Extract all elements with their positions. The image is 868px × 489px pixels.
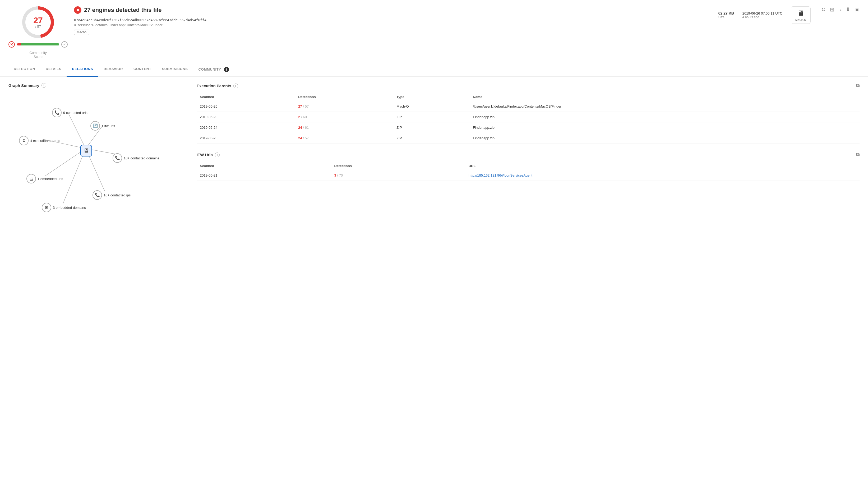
- error-icon: ✕: [74, 6, 82, 14]
- tab-relations[interactable]: RELATIONS: [67, 63, 98, 77]
- itw-urls-title: ITW Urls i ⧉: [197, 152, 860, 157]
- file-type-badge: 🖥 MACH-O: [791, 6, 811, 24]
- execution-parents-table: Scanned Detections Type Name 2019-06-26 …: [197, 93, 860, 144]
- node-contacted-domains: 📞 10+ contacted domains: [113, 153, 159, 163]
- table-row: 2019-06-21 3 / 70 http://185.162.131.96/…: [197, 170, 860, 181]
- file-size: 62.27 KB Size: [718, 11, 734, 19]
- copy-icon-execution[interactable]: ⧉: [856, 83, 860, 89]
- col-detections: Detections: [295, 93, 393, 101]
- main-container: 27 / 57 ✕ ✓ Community Score ✕ 27 engines…: [0, 0, 868, 489]
- cell-detections: 24 / 61: [295, 122, 393, 133]
- graph-section: Graph Summary i 🖥: [8, 83, 188, 204]
- svg-line-6: [63, 149, 86, 204]
- community-badge: 3: [224, 67, 229, 72]
- qr-icon[interactable]: ▣: [855, 6, 860, 13]
- cell-type: ZIP: [393, 112, 470, 122]
- community-good-icon: ✓: [61, 41, 68, 48]
- file-tag[interactable]: macho: [74, 30, 89, 35]
- cell-scanned: 2019-06-25: [197, 133, 295, 144]
- node-execution-parents: ⚙ 4 execution parents: [19, 136, 60, 145]
- table-row: 2019-06-25 24 / 57 ZIP Finder.app.zip: [197, 133, 860, 144]
- table-row: 2019-06-26 27 / 57 Mach-O /Users/user1/.…: [197, 101, 860, 112]
- cell-detections: 3 / 70: [331, 170, 465, 181]
- file-path: /Users/user1/.defaults/Finder.app/Conten…: [74, 23, 708, 27]
- content-area: Graph Summary i 🖥: [0, 77, 868, 210]
- tab-community[interactable]: COMMUNITY 3: [193, 63, 235, 77]
- cell-scanned: 2019-06-21: [197, 170, 331, 181]
- center-node: 🖥: [80, 145, 92, 156]
- right-panel: Execution Parents i ⧉ Scanned Detections…: [197, 83, 860, 204]
- cell-url[interactable]: http://185.162.131.96/i/IconServicesAgen…: [465, 170, 860, 181]
- execution-parents-info-icon[interactable]: i: [234, 84, 238, 88]
- wave-icon[interactable]: ≈: [839, 7, 842, 13]
- detection-title: ✕ 27 engines detected this file: [74, 6, 708, 14]
- community-bad-icon: ✕: [8, 41, 15, 48]
- svg-line-4: [45, 149, 86, 176]
- cell-scanned: 2019-06-20: [197, 112, 295, 122]
- cell-type: ZIP: [393, 133, 470, 144]
- cell-detections: 2 / 60: [295, 112, 393, 122]
- cell-scanned: 2019-06-26: [197, 101, 295, 112]
- col-type: Type: [393, 93, 470, 101]
- cell-type: Mach-O: [393, 101, 470, 112]
- file-size-label: Size: [718, 15, 734, 19]
- file-meta: 62.27 KB Size 2019-06-26 07:06:11 UTC 4 …: [714, 6, 811, 24]
- itw-urls-table: Scanned Detections URL 2019-06-21 3 / 70…: [197, 162, 860, 181]
- graph-info-icon[interactable]: i: [41, 83, 46, 88]
- tab-detection[interactable]: DETECTION: [8, 63, 40, 77]
- header-info: ✕ 27 engines detected this file 07a4e04e…: [74, 6, 708, 35]
- community-bar: ✕ ✓: [8, 41, 68, 48]
- detection-title-text: 27 engines detected this file: [84, 7, 161, 13]
- tab-details[interactable]: DETAILS: [40, 63, 67, 77]
- file-type-icon: 🖥: [797, 9, 804, 18]
- community-score-label: Community Score: [29, 51, 47, 59]
- tabs-section: DETECTION DETAILS RELATIONS BEHAVIOR CON…: [0, 63, 868, 77]
- file-type-label: MACH-O: [795, 19, 806, 22]
- download-icon[interactable]: ⬇: [846, 6, 850, 13]
- col-itw-scanned: Scanned: [197, 162, 331, 170]
- execution-parents-section: Execution Parents i ⧉ Scanned Detections…: [197, 83, 860, 144]
- refresh-icon[interactable]: ↻: [821, 6, 826, 13]
- table-row: 2019-06-20 2 / 60 ZIP Finder.app.zip: [197, 112, 860, 122]
- svg-line-0: [68, 113, 86, 149]
- node-itw-urls: 🔄 1 itw urls: [90, 121, 115, 130]
- graph-canvas: 🖥 📞 9 contacted urls 🔄 1 itw urls: [8, 93, 188, 204]
- toolbar-icons: ↻ ⊞ ≈ ⬇ ▣: [817, 6, 860, 13]
- score-total: / 57: [35, 25, 41, 29]
- cell-detections: 24 / 57: [295, 133, 393, 144]
- score-number: 27: [33, 16, 43, 25]
- node-embedded-domains: ⊞ 3 embedded domains: [42, 203, 86, 212]
- community-bar-track: [17, 43, 59, 45]
- itw-urls-section: ITW Urls i ⧉ Scanned Detections URL 2019…: [197, 152, 860, 181]
- node-embedded-urls: 🖨 1 embedded urls: [26, 174, 63, 183]
- file-hash: 07a4e04ee8b4c8dc0f7507f56dc24db00537d463…: [74, 18, 708, 22]
- graph-summary-title: Graph Summary i: [8, 83, 188, 88]
- execution-parents-title: Execution Parents i ⧉: [197, 83, 860, 89]
- cell-name: Finder.app.zip: [470, 122, 860, 133]
- tab-content[interactable]: CONTENT: [128, 63, 156, 77]
- tab-behavior[interactable]: BEHAVIOR: [98, 63, 128, 77]
- cell-scanned: 2019-06-24: [197, 122, 295, 133]
- col-name: Name: [470, 93, 860, 101]
- cell-type: ZIP: [393, 122, 470, 133]
- grid-icon[interactable]: ⊞: [830, 6, 834, 13]
- graph-lines: [8, 93, 188, 204]
- copy-icon-itw[interactable]: ⧉: [856, 152, 860, 157]
- cell-detections: 27 / 57: [295, 101, 393, 112]
- file-size-value: 62.27 KB: [718, 11, 734, 15]
- col-scanned: Scanned: [197, 93, 295, 101]
- score-circle: 27 / 57: [22, 6, 54, 38]
- file-date-value: 2019-06-26 07:06:11 UTC: [742, 11, 782, 15]
- cell-name: Finder.app.zip: [470, 112, 860, 122]
- tab-submissions[interactable]: SUBMISSIONS: [156, 63, 193, 77]
- cell-name: /Users/user1/.defaults/Finder.app/Conten…: [470, 101, 860, 112]
- itw-urls-info-icon[interactable]: i: [215, 153, 220, 157]
- node-contacted-ips: 📞 10+ contacted ips: [93, 190, 130, 200]
- node-contacted-urls: 📞 9 contacted urls: [52, 108, 88, 117]
- col-itw-url: URL: [465, 162, 860, 170]
- header-section: 27 / 57 ✕ ✓ Community Score ✕ 27 engines…: [0, 0, 868, 63]
- table-row: 2019-06-24 24 / 61 ZIP Finder.app.zip: [197, 122, 860, 133]
- col-itw-detections: Detections: [331, 162, 465, 170]
- file-date: 2019-06-26 07:06:11 UTC 4 hours ago: [742, 11, 782, 19]
- cell-name: Finder.app.zip: [470, 133, 860, 144]
